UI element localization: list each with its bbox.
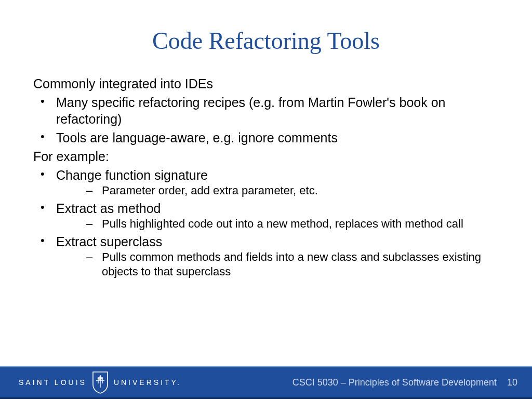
bullet-item: Tools are language-aware, e.g. ignore co… [33,129,499,146]
bullet-list-1: Many specific refactoring recipes (e.g. … [33,94,499,146]
slide-content: Commonly integrated into IDEs Many speci… [0,75,532,366]
bullet-text: Change function signature [56,168,208,182]
example-label: For example: [33,148,499,165]
examples-list: Change function signature Parameter orde… [33,167,499,280]
sub-list: Pulls common methods and fields into a n… [56,250,499,279]
bullet-text: Extract superclass [56,234,162,249]
bullet-item: Many specific refactoring recipes (e.g. … [33,94,499,127]
bullet-text: Extract as method [56,201,161,216]
sub-item: Parameter order, add extra parameter, et… [56,183,499,198]
slide-title: Code Refactoring Tools [0,27,532,55]
bullet-item: Extract superclass Pulls common methods … [33,233,499,279]
footer-bar: SAINT LOUIS UNIVERSITY. CSCI 5030 – Prin… [0,366,532,399]
slide: Code Refactoring Tools Commonly integrat… [0,0,532,399]
sub-list: Pulls highlighted code out into a new me… [56,217,499,231]
footer-right: CSCI 5030 – Principles of Software Devel… [292,377,532,388]
course-label: CSCI 5030 – Principles of Software Devel… [292,377,497,388]
bullet-item: Extract as method Pulls highlighted code… [33,200,499,231]
bullet-item: Change function signature Parameter orde… [33,167,499,198]
page-number: 10 [507,377,517,388]
logo-text-left: SAINT LOUIS [19,378,87,387]
intro-line: Commonly integrated into IDEs [33,75,499,92]
sub-list: Parameter order, add extra parameter, et… [56,183,499,198]
university-logo: SAINT LOUIS UNIVERSITY. [0,371,181,394]
sub-item: Pulls common methods and fields into a n… [56,250,499,279]
logo-text-right: UNIVERSITY. [114,378,181,387]
sub-item: Pulls highlighted code out into a new me… [56,217,499,231]
shield-icon [92,371,109,394]
